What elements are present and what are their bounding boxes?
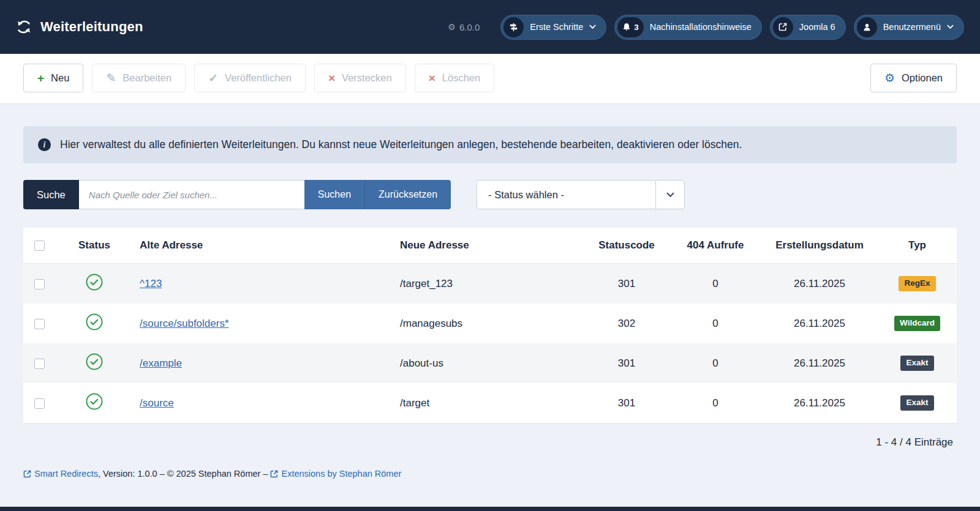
column-header-new-url: Neue Adresse (394, 228, 584, 264)
hits-cell: 0 (669, 264, 761, 304)
user-menu-button[interactable]: Benutzermenü (854, 15, 964, 40)
type-badge: Exakt (900, 395, 933, 410)
status-filter-value: - Status wählen - (477, 181, 655, 209)
bell-icon (622, 23, 631, 31)
redirects-table: Status Alte Adresse Neue Adresse Statusc… (23, 228, 957, 423)
notification-count-badge: 3 (634, 23, 639, 32)
column-header-created-date: Erstellungsdatum (761, 228, 878, 264)
chevron-down-icon (589, 24, 596, 29)
guided-tour-button[interactable]: Erste Schritte (500, 15, 606, 40)
user-menu-label: Benutzermenü (883, 22, 941, 32)
search-input[interactable] (79, 180, 304, 209)
check-icon: ✓ (208, 72, 218, 84)
product-link[interactable]: Smart Redirects (23, 469, 98, 479)
statuscode-cell: 301 (584, 264, 669, 304)
edit-button[interactable]: ✎ Bearbeiten (92, 64, 186, 92)
external-link-icon (23, 470, 31, 478)
table-row: ^123 /target_123 301 0 26.11.2025 RegEx (23, 264, 957, 304)
search-submit-button[interactable]: Suchen (304, 180, 364, 209)
old-url-link[interactable]: /source/subfolders* (140, 318, 229, 329)
row-checkbox[interactable] (34, 359, 45, 369)
statuscode-cell: 302 (584, 304, 669, 343)
table-row: /example /about-us 301 0 26.11.2025 Exak… (23, 343, 957, 383)
search-label: Suche (23, 180, 79, 209)
author-link-label: Extensions by Stephan Römer (281, 469, 401, 479)
search-group: Suche Suchen Zurücksetzen (23, 180, 451, 209)
table-row: /source /target 301 0 26.11.2025 Exakt (23, 383, 957, 423)
search-reset-button[interactable]: Zurücksetzen (364, 180, 451, 209)
row-checkbox[interactable] (34, 279, 45, 289)
post-installation-messages-button[interactable]: 3 Nachinstallationshinweise (614, 15, 762, 40)
user-icon (857, 17, 877, 37)
bottom-bar (0, 507, 980, 511)
old-url-link[interactable]: ^123 (140, 278, 162, 289)
chevron-down-icon (947, 24, 954, 29)
date-cell: 26.11.2025 (761, 343, 878, 383)
external-link-icon (773, 17, 793, 37)
row-checkbox[interactable] (34, 319, 45, 329)
version-icon: ⚙ (448, 22, 456, 32)
options-button[interactable]: ⚙ Optionen (870, 64, 957, 92)
new-button[interactable]: + Neu (23, 64, 83, 92)
date-cell: 26.11.2025 (761, 383, 878, 423)
joomla-info-label: Joomla 6 (799, 22, 835, 32)
app-brand: Weiterleitungen (16, 19, 143, 35)
statuscode-cell: 301 (584, 343, 669, 383)
signpost-icon (503, 17, 524, 37)
type-badge: Exakt (900, 356, 933, 370)
hits-cell: 0 (669, 383, 761, 423)
select-all-checkbox[interactable] (34, 241, 45, 251)
gear-icon: ⚙ (884, 72, 895, 84)
row-checkbox[interactable] (34, 398, 45, 409)
info-alert-text: Hier verwaltest du alle definierten Weit… (60, 138, 742, 151)
info-alert: i Hier verwaltest du alle definierten We… (23, 126, 957, 163)
column-header-404-hits: 404 Aufrufe (669, 228, 761, 264)
statuscode-cell: 301 (584, 383, 669, 423)
column-header-old-url: Alte Adresse (134, 228, 394, 264)
page-title: Weiterleitungen (40, 19, 143, 35)
new-url-cell: /target (394, 383, 584, 423)
column-header-type: Typ (878, 228, 957, 264)
hits-cell: 0 (669, 304, 761, 343)
header-pills: Erste Schritte 3 Nachinstallationshinwei… (500, 15, 964, 40)
page-footer: Smart Redirects , Version: 1.0.0 – © 202… (23, 469, 957, 479)
joomla-info-button[interactable]: Joomla 6 (770, 15, 846, 40)
x-icon: × (328, 72, 335, 84)
edit-button-label: Bearbeiten (123, 72, 172, 84)
joomla-version: ⚙ 6.0.0 (448, 22, 480, 32)
notifications-chip: 3 (617, 17, 644, 37)
old-url-link[interactable]: /example (140, 357, 182, 369)
filter-bar: Suche Suchen Zurücksetzen - Status wähle… (23, 180, 957, 209)
author-link[interactable]: Extensions by Stephan Römer (270, 469, 401, 479)
hits-cell: 0 (669, 343, 761, 383)
delete-button-label: Löschen (442, 72, 480, 84)
redirects-table-card: Status Alte Adresse Neue Adresse Statusc… (23, 228, 957, 423)
new-button-label: Neu (51, 72, 69, 84)
sync-icon (16, 19, 32, 35)
table-header-row: Status Alte Adresse Neue Adresse Statusc… (23, 228, 957, 264)
delete-button[interactable]: × Löschen (415, 64, 495, 92)
product-link-label: Smart Redirects (34, 469, 98, 479)
date-cell: 26.11.2025 (761, 304, 878, 343)
footer-version-text: , Version: 1.0.0 – © 2025 Stephan Römer … (98, 469, 271, 479)
pencil-icon: ✎ (106, 72, 116, 84)
status-published-icon[interactable] (85, 352, 104, 371)
new-url-cell: /target_123 (394, 264, 584, 304)
new-url-cell: /about-us (394, 343, 584, 383)
old-url-link[interactable]: /source (140, 397, 174, 409)
new-url-cell: /managesubs (394, 304, 584, 343)
status-filter-select[interactable]: - Status wählen - (477, 180, 685, 209)
type-badge: Wildcard (894, 316, 940, 330)
type-badge: RegEx (899, 276, 935, 291)
version-label: 6.0.0 (459, 22, 480, 32)
status-published-icon[interactable] (85, 273, 104, 291)
hide-button-label: Verstecken (342, 72, 392, 84)
status-published-icon[interactable] (85, 313, 104, 331)
table-row: /source/subfolders* /managesubs 302 0 26… (23, 304, 957, 343)
external-link-icon (270, 470, 278, 478)
options-button-label: Optionen (902, 72, 943, 84)
hide-button[interactable]: × Verstecken (314, 64, 406, 92)
status-published-icon[interactable] (85, 392, 104, 411)
column-header-status: Status (55, 228, 134, 264)
publish-button[interactable]: ✓ Veröffentlichen (194, 64, 306, 92)
